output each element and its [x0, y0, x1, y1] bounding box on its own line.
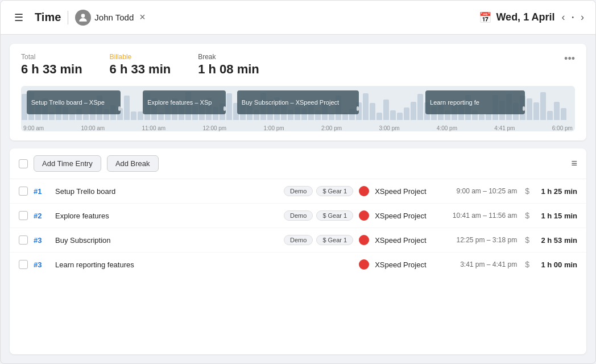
time-label: 1:00 pm: [264, 125, 284, 131]
timeline-bar: [527, 98, 532, 120]
header-divider: [68, 11, 68, 24]
gear-tag[interactable]: $ Gear 1: [316, 186, 353, 196]
entry-title: Setup Trello board: [55, 187, 278, 196]
timeline-bar: [417, 94, 423, 120]
avatar: [75, 10, 91, 26]
timeline-times: 9:00 am10:00 am11:00 am12:00 pm1:00 pm2:…: [21, 125, 575, 131]
project-color-dot: [359, 210, 369, 221]
entry-title: Learn reporting features: [55, 260, 347, 269]
break-value: 1 h 08 min: [198, 62, 259, 77]
close-user-button[interactable]: ×: [139, 11, 146, 23]
timeline-bar: [124, 96, 130, 120]
entry-number[interactable]: #3: [34, 236, 49, 245]
billable-indicator: $: [525, 235, 529, 245]
table-row: #3Buy SubscriptionDemo$ Gear 1XSpeed Pro…: [10, 228, 586, 253]
timeline-bar: [547, 111, 553, 120]
timeline-bar: [561, 108, 566, 120]
prev-date-button[interactable]: ‹: [559, 9, 567, 26]
table-row: #2Explore featuresDemo$ Gear 1XSpeed Pro…: [10, 204, 586, 228]
entry-time-range: 9:00 am – 10:25 am: [443, 187, 517, 195]
time-label: 11:00 am: [142, 125, 165, 131]
billable-stat: Billable 6 h 33 min: [110, 53, 171, 77]
entry-time-range: 12:25 pm – 3:18 pm: [443, 236, 517, 244]
time-label: 6:00 pm: [552, 125, 573, 131]
project-color-dot: [359, 186, 369, 196]
row-checkbox[interactable]: [19, 211, 28, 220]
time-label: 9:00 am: [23, 125, 44, 131]
entry-tags: Demo$ Gear 1: [284, 186, 353, 196]
calendar-icon: 📅: [479, 11, 491, 24]
timeline-bar: [226, 93, 232, 120]
timeline-bar: [329, 113, 334, 120]
entries-toolbar: Add Time Entry Add Break ≡: [10, 148, 586, 179]
break-label: Break: [198, 53, 259, 61]
time-label: 4:41 pm: [494, 125, 515, 131]
billable-value: 6 h 33 min: [110, 62, 171, 77]
tag[interactable]: Demo: [284, 186, 313, 196]
table-row: #3Learn reporting featuresXSpeed Project…: [10, 253, 586, 276]
break-stat: Break 1 h 08 min: [198, 53, 259, 77]
user-name: John Todd: [94, 13, 134, 22]
entry-number[interactable]: #1: [34, 187, 49, 196]
billable-indicator: $: [525, 211, 529, 220]
add-time-entry-button[interactable]: Add Time Entry: [34, 155, 101, 172]
total-stat: Total 6 h 33 min: [21, 53, 82, 77]
row-checkbox[interactable]: [19, 235, 28, 245]
timeline-bar: [554, 102, 560, 120]
entry-title: Explore features: [55, 212, 278, 220]
entry-number[interactable]: #3: [34, 260, 49, 269]
resize-handle[interactable]: [357, 106, 359, 111]
row-checkbox[interactable]: [19, 260, 28, 269]
resize-handle[interactable]: [523, 106, 525, 111]
timeline-bar: [404, 107, 409, 120]
timeline-bar: [363, 93, 369, 120]
project-name: XSpeed Project: [375, 260, 437, 269]
timeline-segment: Setup Trello board – XSpe: [27, 90, 121, 114]
entry-tags: Demo$ Gear 1: [284, 235, 353, 245]
add-break-button[interactable]: Add Break: [107, 155, 159, 172]
sort-button[interactable]: ≡: [571, 158, 577, 169]
gear-tag[interactable]: $ Gear 1: [316, 235, 353, 245]
timeline-bar: [383, 100, 389, 120]
today-dot: •: [572, 14, 574, 20]
timeline-bar: [397, 113, 403, 120]
project-name: XSpeed Project: [375, 236, 437, 245]
select-all-checkbox[interactable]: [19, 159, 28, 168]
user-area: John Todd ×: [75, 10, 145, 26]
timeline-segment: Buy Subscription – XSpeed Project: [237, 90, 359, 114]
total-label: Total: [21, 53, 82, 61]
timeline-bar: [83, 114, 89, 120]
timeline-bar: [411, 102, 416, 120]
gear-tag[interactable]: $ Gear 1: [316, 210, 353, 221]
row-checkbox[interactable]: [19, 187, 28, 196]
entry-duration: 1 h 15 min: [537, 212, 577, 220]
total-value: 6 h 33 min: [21, 62, 82, 77]
tag[interactable]: Demo: [284, 235, 313, 245]
timeline-bar: [390, 110, 396, 120]
project-name: XSpeed Project: [375, 212, 437, 220]
summary-header-row: Total 6 h 33 min Billable 6 h 33 min Bre…: [21, 53, 575, 86]
entry-time-range: 10:41 am – 11:56 am: [443, 212, 517, 220]
timeline-bar: [540, 92, 546, 120]
entries-list: #1Setup Trello boardDemo$ Gear 1XSpeed P…: [10, 179, 586, 276]
header-left: ☰ Time John Todd ×: [10, 9, 472, 27]
next-date-button[interactable]: ›: [578, 9, 586, 26]
entry-number[interactable]: #2: [34, 212, 49, 220]
project-color-dot: [359, 235, 369, 245]
time-label: 2:00 pm: [321, 125, 342, 131]
more-options-button[interactable]: •••: [564, 53, 575, 65]
entry-duration: 1 h 00 min: [537, 260, 577, 269]
resize-handle[interactable]: [224, 106, 226, 111]
time-label: 10:00 am: [81, 125, 105, 131]
resize-handle[interactable]: [118, 106, 121, 111]
tag[interactable]: Demo: [284, 210, 313, 221]
svg-point-0: [81, 14, 85, 18]
timeline-bar: [131, 111, 136, 120]
menu-button[interactable]: ☰: [10, 9, 28, 27]
timeline-bar: [479, 114, 485, 120]
timeline-bar: [486, 113, 491, 120]
time-label: 3:00 pm: [379, 125, 399, 131]
entry-duration: 2 h 53 min: [537, 236, 577, 245]
timeline-bar: [370, 103, 375, 120]
main-content: Total 6 h 33 min Billable 6 h 33 min Bre…: [1, 35, 595, 363]
